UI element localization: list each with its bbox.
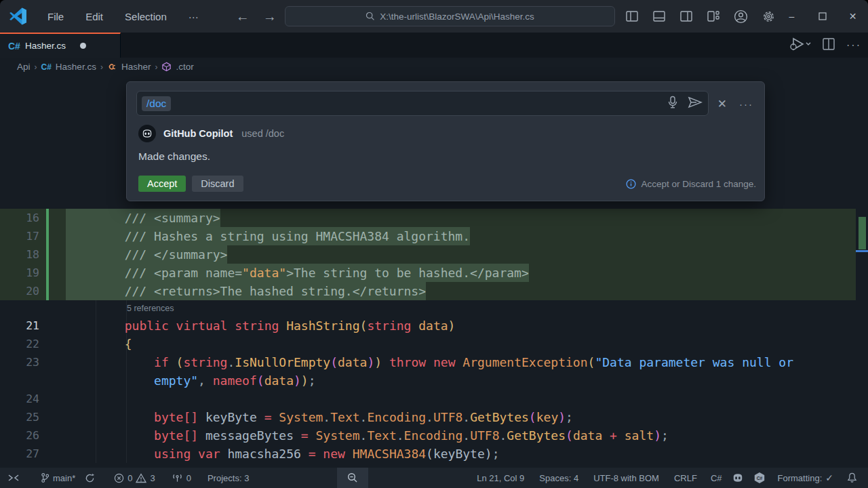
settings-gear-icon[interactable]: [762, 9, 776, 24]
code-text[interactable]: /// Hashes a string using HMACSHA384 alg…: [66, 227, 470, 245]
menu-selection[interactable]: Selection: [117, 8, 175, 25]
zoom-out-item[interactable]: [337, 468, 368, 488]
notifications-item[interactable]: [842, 468, 864, 488]
ports-item[interactable]: 0: [167, 468, 196, 488]
code-line: 17 /// Hashes a string using HMACSHA384 …: [0, 227, 856, 245]
code-text[interactable]: empty", nameof(data));: [66, 371, 316, 390]
line-number[interactable]: 21: [0, 317, 39, 335]
toggle-panel-icon[interactable]: [652, 9, 666, 23]
send-icon[interactable]: [688, 96, 703, 111]
indentation-item[interactable]: Spaces: 4: [534, 468, 583, 488]
line-number[interactable]: 19: [0, 264, 39, 282]
projects-label: Projects: 3: [208, 473, 249, 483]
code-text[interactable]: using var hmacsha256 = new HMACSHA384(ke…: [66, 445, 499, 463]
maximize-button[interactable]: [807, 0, 837, 33]
chat-message: Made changes.: [138, 150, 210, 163]
code-text[interactable]: /// <summary>: [66, 209, 220, 227]
zoom-out-icon: [347, 472, 358, 483]
account-icon[interactable]: [734, 9, 748, 24]
split-editor-icon[interactable]: [822, 37, 835, 54]
git-branch-icon: [41, 472, 50, 483]
line-number[interactable]: 26: [0, 426, 39, 445]
overview-ruler[interactable]: [856, 76, 868, 468]
accept-button[interactable]: Accept: [138, 176, 186, 192]
menu-edit[interactable]: Edit: [77, 8, 111, 25]
eol-item[interactable]: CRLF: [669, 468, 702, 488]
code-text[interactable]: byte[] messageBytes = System.Text.Encodi…: [66, 426, 669, 445]
chat-input[interactable]: /doc: [136, 91, 709, 116]
run-or-debug-icon[interactable]: [788, 37, 811, 54]
sync-icon: [85, 473, 95, 483]
remote-indicator[interactable]: [0, 468, 24, 488]
line-number[interactable]: 27: [0, 445, 39, 463]
formatting-label: Formatting:: [778, 473, 823, 483]
code-area: 16 /// <summary>17 /// Hashes a string u…: [0, 209, 856, 463]
info-icon: [626, 179, 636, 189]
line-number[interactable]: 18: [0, 245, 39, 264]
line-number[interactable]: 17: [0, 227, 39, 245]
close-window-button[interactable]: ✕: [837, 0, 868, 33]
errors-count: 0: [127, 473, 132, 483]
code-text[interactable]: byte[] keyByte = System.Text.Encoding.UT…: [66, 408, 573, 426]
editor-actions: ···: [788, 33, 861, 58]
breadcrumb-class[interactable]: Hasher: [121, 62, 151, 72]
customize-layout-icon[interactable]: [707, 9, 720, 23]
command-center-search[interactable]: X:\the-urlist\BlazorSWA\Api\Hasher.cs: [285, 6, 615, 26]
csharp-extension-item[interactable]: C#: [749, 468, 770, 488]
breadcrumb-folder[interactable]: Api: [17, 62, 31, 72]
formatting-check: ✓: [825, 472, 833, 483]
projects-item[interactable]: Projects: 3: [203, 468, 254, 488]
copilot-inline-chat: /doc ✕ ··· GitHub Copilot used /doc Made…: [126, 81, 765, 201]
copilot-icon: [142, 128, 153, 139]
unsaved-changes-dot[interactable]: [80, 43, 86, 49]
close-chat-icon[interactable]: ✕: [717, 97, 727, 111]
breadcrumb-ctor[interactable]: .ctor: [176, 62, 193, 72]
problems-item[interactable]: 0 3: [109, 468, 159, 488]
breadcrumb-file[interactable]: Hasher.cs: [56, 62, 96, 72]
line-number[interactable]: 20: [0, 282, 39, 300]
editor-tab-bar: C# Hasher.cs ···: [0, 33, 868, 58]
ports-count: 0: [186, 473, 191, 483]
line-number[interactable]: 22: [0, 335, 39, 353]
microphone-icon[interactable]: [667, 96, 678, 112]
git-sync-item[interactable]: [80, 468, 100, 488]
toggle-sidebar-icon[interactable]: [625, 9, 639, 23]
code-text[interactable]: public virtual string HashString(string …: [66, 317, 455, 335]
encoding-item[interactable]: UTF-8 with BOM: [589, 468, 664, 488]
code-line: 16 /// <summary>: [0, 209, 856, 227]
chat-used-command: used /doc: [241, 128, 284, 139]
vscode-logo-icon: [9, 7, 27, 26]
chat-author-name: GitHub Copilot: [163, 128, 233, 139]
chat-more-icon[interactable]: ···: [739, 98, 753, 110]
more-actions-icon[interactable]: ···: [846, 39, 861, 52]
slash-command-chip[interactable]: /doc: [142, 96, 171, 111]
code-text[interactable]: /// <returns>The hashed string.</returns…: [66, 282, 426, 300]
toggle-secondary-sidebar-icon[interactable]: [679, 9, 693, 23]
cursor-position-item[interactable]: Ln 21, Col 9: [472, 468, 529, 488]
line-number[interactable]: 24: [0, 390, 39, 408]
codelens-references[interactable]: 5 references: [0, 300, 856, 317]
menu-file[interactable]: File: [39, 8, 72, 25]
tab-hasher-cs[interactable]: C# Hasher.cs: [0, 33, 121, 58]
symbol-constructor-icon: [161, 62, 172, 72]
code-text[interactable]: /// <param name="data">The string to be …: [66, 264, 529, 282]
ruler-cursor-marker: [856, 250, 868, 252]
line-number[interactable]: 25: [0, 408, 39, 426]
encoding-label: UTF-8 with BOM: [593, 473, 659, 483]
formatting-item[interactable]: Formatting: ✓: [773, 468, 838, 488]
line-number[interactable]: 16: [0, 209, 39, 227]
copilot-status-item[interactable]: [727, 468, 749, 488]
line-number[interactable]: 23: [0, 353, 39, 371]
code-text[interactable]: if (string.IsNullOrEmpty(data)) throw ne…: [66, 353, 793, 371]
git-branch-item[interactable]: main*: [36, 468, 80, 488]
navigate-forward-icon[interactable]: →: [262, 9, 277, 24]
language-mode-item[interactable]: C#: [706, 468, 727, 488]
warnings-icon: [136, 473, 146, 483]
menu-overflow[interactable]: ···: [180, 8, 207, 25]
code-text[interactable]: /// </summary>: [66, 245, 227, 264]
navigate-back-icon[interactable]: ←: [235, 9, 250, 24]
code-line: 22 {: [0, 335, 856, 353]
minimize-button[interactable]: –: [776, 0, 807, 33]
code-text[interactable]: {: [66, 335, 132, 353]
discard-button[interactable]: Discard: [192, 176, 243, 192]
